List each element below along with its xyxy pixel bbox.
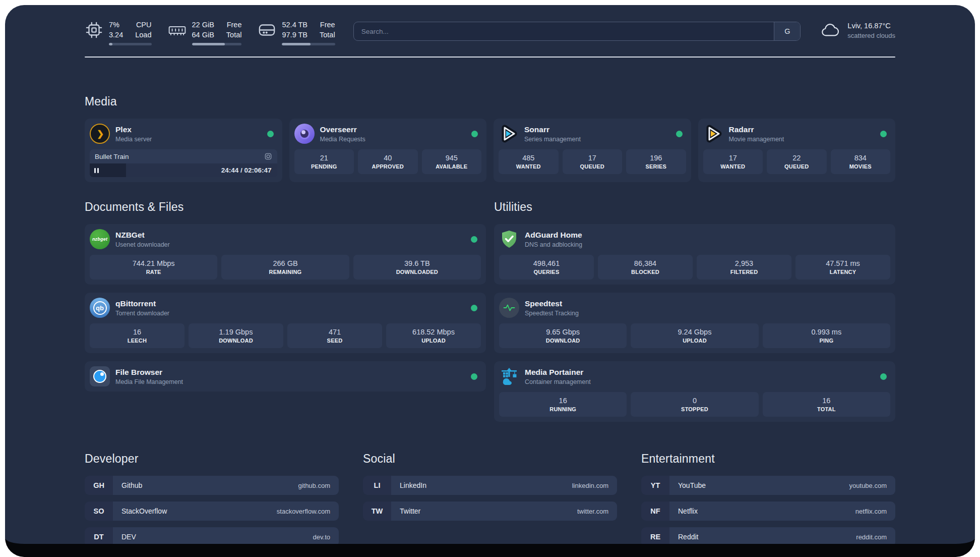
search-provider-button[interactable]: G (774, 22, 800, 40)
bookmark-name: LinkedIn (400, 481, 426, 489)
stat-value: 744.21 Mbps (92, 259, 215, 267)
service-info: OverseerrMedia Requests (320, 125, 466, 143)
bookmark-youtube[interactable]: YTYouTubeyoutube.com (641, 476, 895, 495)
stat-value: 498,461 (501, 259, 592, 267)
pause-icon[interactable] (94, 166, 100, 175)
stat-available: 945AVAILABLE (422, 149, 482, 174)
resource-usage-fill (192, 43, 225, 45)
service-info: qBittorrentTorrent downloader (115, 299, 465, 317)
bookmark-stackoverflow[interactable]: SOStackOverflowstackoverflow.com (85, 502, 339, 521)
bookmark-url: github.com (298, 482, 330, 489)
resource-value: 97.9 TB (282, 30, 308, 40)
stat-value: 22 (769, 154, 825, 162)
stat-approved: 40APPROVED (358, 149, 418, 174)
overseerr-icon (294, 124, 315, 144)
status-online-dot (267, 131, 274, 137)
weather-widget[interactable]: Lviv, 16.87°C scattered clouds (819, 21, 895, 40)
service-card-header: qbqBittorrentTorrent downloader (90, 298, 481, 318)
stat-label: DOWNLOAD (191, 338, 281, 344)
service-stats: 744.21 MbpsRATE266 GBREMAINING39.6 TBDOW… (90, 255, 481, 280)
service-stats: 16RUNNING0STOPPED16TOTAL (499, 392, 890, 417)
service-card-file-browser[interactable]: File BrowserMedia File Management (85, 361, 486, 392)
bookmark-linkedin[interactable]: LILinkedInlinkedin.com (363, 476, 617, 495)
stat-label: MOVIES (833, 163, 889, 170)
bookmark-twitter[interactable]: TWTwittertwitter.com (363, 502, 617, 521)
playback-progress-bar[interactable]: 24:44 / 02:06:47 (90, 163, 277, 177)
service-card-header: nzbgetNZBGetUsenet downloader (90, 229, 481, 249)
bookmark-github[interactable]: GHGithubgithub.com (85, 476, 339, 495)
stat-download: 1.19 GbpsDOWNLOAD (189, 323, 283, 348)
stat-value: 618.52 Mbps (388, 328, 479, 336)
bookmark-group-title: Developer (85, 452, 339, 466)
service-name: AdGuard Home (525, 231, 890, 240)
service-card-qbittorrent[interactable]: qbqBittorrentTorrent downloader16LEECH1.… (85, 293, 486, 353)
resource-usage-fill (109, 43, 112, 45)
status-online-dot (880, 373, 887, 380)
stat-label: PING (765, 338, 888, 344)
resource-widget-cpu: 7%CPU3.24Load (85, 20, 152, 45)
service-card-speedtest[interactable]: SpeedtestSpeedtest Tracking9.65 GbpsDOWN… (494, 293, 895, 353)
status-online-dot (471, 373, 477, 380)
stat-label: APPROVED (360, 163, 416, 170)
service-card-sonarr[interactable]: SonarrSeries management485WANTED17QUEUED… (494, 119, 691, 182)
stat-value: 196 (628, 154, 684, 162)
stat-downloaded: 39.6 TBDOWNLOADED (353, 255, 481, 280)
service-card-nzbget[interactable]: nzbgetNZBGetUsenet downloader744.21 Mbps… (85, 224, 486, 285)
bookmark-reddit[interactable]: RERedditreddit.com (641, 527, 895, 546)
bookmark-group-title: Entertainment (641, 452, 895, 466)
service-card-header: SpeedtestSpeedtest Tracking (499, 298, 890, 318)
service-card-overseerr[interactable]: OverseerrMedia Requests21PENDING40APPROV… (289, 119, 487, 182)
bookmark-pill: Redditreddit.com (669, 527, 895, 546)
playback-time: 24:44 / 02:06:47 (221, 166, 277, 174)
bookmark-url: stackoverflow.com (277, 508, 330, 515)
resource-usage-bar (192, 43, 242, 45)
service-stats: 498,461QUERIES86,384BLOCKED2,953FILTERED… (499, 255, 890, 280)
resource-widget-disk: 52.4 TBFree97.9 TBTotal (258, 20, 335, 45)
resource-value: 7% (109, 20, 123, 30)
service-stats: 21PENDING40APPROVED945AVAILABLE (294, 149, 482, 174)
stat-value: 21 (296, 154, 352, 162)
stat-running: 16RUNNING (499, 392, 627, 417)
resource-label: Load (135, 30, 151, 40)
service-subtitle: Container management (525, 378, 875, 385)
bookmark-abbr: NF (641, 502, 669, 521)
stat-value: 86,384 (600, 259, 691, 267)
resource-label: CPU (135, 20, 151, 30)
header-divider (85, 57, 895, 58)
service-card-plex[interactable]: ❯PlexMedia serverBullet Train24:44 / 02:… (85, 119, 282, 182)
cpu-icon (85, 20, 103, 39)
bookmark-dev[interactable]: DTDEVdev.to (85, 527, 339, 546)
bookmark-name: Reddit (678, 533, 698, 541)
service-card-adguard-home[interactable]: AdGuard HomeDNS and adblocking498,461QUE… (494, 224, 895, 285)
service-info: PlexMedia server (115, 125, 262, 143)
service-name: Plex (115, 125, 262, 134)
stat-filtered: 2,953FILTERED (697, 255, 791, 280)
service-stats: 9.65 GbpsDOWNLOAD9.24 GbpsUPLOAD0.993 ms… (499, 323, 890, 348)
service-stats: 16LEECH1.19 GbpsDOWNLOAD471SEED618.52 Mb… (90, 323, 481, 348)
qbittorrent-icon: qb (90, 298, 110, 318)
stat-label: LEECH (92, 338, 182, 344)
bookmark-netflix[interactable]: NFNetflixnetflix.com (641, 502, 895, 521)
stat-wanted: 17WANTED (703, 149, 763, 174)
weather-text: Lviv, 16.87°C scattered clouds (847, 22, 895, 39)
search-input[interactable] (354, 22, 774, 40)
stat-upload: 9.24 GbpsUPLOAD (631, 323, 758, 348)
bookmark-url: linkedin.com (572, 482, 608, 489)
status-online-dot (471, 305, 477, 311)
service-name: File Browser (115, 368, 465, 377)
bookmark-pill: Netflixnetflix.com (669, 502, 895, 521)
stat-label: UPLOAD (633, 338, 756, 344)
service-name: Speedtest (525, 299, 890, 308)
radarr-icon (703, 124, 723, 144)
resource-widget-ram: 22 GiBFree64 GiBTotal (168, 20, 242, 45)
section-title-utilities: Utilities (494, 200, 895, 214)
stat-value: 266 GB (223, 259, 347, 267)
bookmark-group-developer: DeveloperGHGithubgithub.comSOStackOverfl… (85, 452, 339, 553)
service-card-radarr[interactable]: RadarrMovie management17WANTED22QUEUED83… (698, 119, 896, 182)
stat-label: BLOCKED (600, 269, 691, 275)
resource-label: Free (320, 20, 335, 30)
bookmark-pill: StackOverflowstackoverflow.com (113, 502, 339, 521)
service-card-media-portainer[interactable]: Media PortainerContainer management16RUN… (494, 361, 895, 422)
stat-label: WANTED (501, 163, 557, 170)
stat-movies: 834MOVIES (831, 149, 891, 174)
